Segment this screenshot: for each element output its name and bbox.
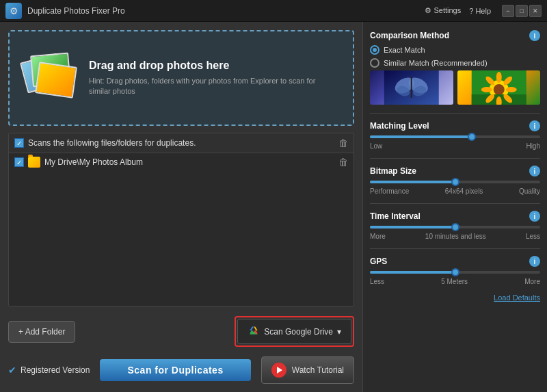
bitmap-size-fill <box>370 181 455 183</box>
bitmap-size-thumb[interactable] <box>451 178 459 186</box>
time-interval-right-label: Less <box>526 233 540 240</box>
scan-google-drive-button[interactable]: Scan Google Drive ▾ <box>237 319 351 344</box>
time-interval-info-icon[interactable]: i <box>529 211 540 222</box>
settings-button[interactable]: ⚙ Settings <box>422 5 464 16</box>
google-drive-icon <box>248 324 260 339</box>
add-folder-button[interactable]: + Add Folder <box>8 321 75 343</box>
window-controls: − □ ✕ <box>502 5 542 17</box>
folder-icon <box>28 157 40 168</box>
bitmap-size-header: Bitmap Size i <box>370 166 540 177</box>
drop-zone-hint: Hint: Drag photos, folders with your pho… <box>89 76 339 97</box>
gps-center-label: 5 Meters <box>441 278 468 285</box>
gps-thumb[interactable] <box>451 268 459 276</box>
matching-level-info-icon[interactable]: i <box>529 120 540 131</box>
sample-sunflower-image <box>457 70 541 105</box>
time-interval-title: Time Interval <box>370 211 421 221</box>
folders-panel: ✓ Scans the following files/folders for … <box>8 133 354 306</box>
bottom-controls: + Add Folder Scan Google Drive ▾ <box>8 313 354 347</box>
matching-level-track[interactable] <box>370 135 540 138</box>
folder-path: My Drive\My Photos Album <box>44 157 143 167</box>
time-interval-thumb[interactable] <box>451 223 459 231</box>
sample-butterfly-image <box>370 70 453 105</box>
gps-fill <box>370 271 455 274</box>
matching-level-low-label: Low <box>370 142 382 150</box>
time-interval-track[interactable] <box>370 226 540 228</box>
action-bar: ✔ Registered Version Scan for Duplicates… <box>8 354 354 384</box>
matching-level-labels: Low High <box>370 142 540 150</box>
dropdown-arrow-icon: ▾ <box>337 327 341 337</box>
svg-point-10 <box>496 72 501 83</box>
sample-images <box>370 70 540 105</box>
drop-zone[interactable]: Drag and drop photos here Hint: Drag pho… <box>8 30 354 126</box>
status-check-icon: ✔ <box>8 365 16 376</box>
close-button[interactable]: ✕ <box>529 5 542 17</box>
gps-info-icon[interactable]: i <box>529 256 540 267</box>
comparison-method-info-icon[interactable]: i <box>529 30 540 41</box>
exact-match-radio[interactable] <box>370 45 379 55</box>
help-button[interactable]: ? Help <box>466 5 494 16</box>
scan-google-drive-container: Scan Google Drive ▾ <box>235 316 354 347</box>
bitmap-size-info-icon[interactable]: i <box>529 166 540 177</box>
gps-track[interactable] <box>370 271 540 274</box>
photo-stack <box>23 51 78 105</box>
matching-level-fill <box>370 135 472 138</box>
matching-level-title: Matching Level <box>370 121 429 131</box>
comparison-method-radio-group: Exact Match Similar Match (Recommended) <box>370 45 540 68</box>
bitmap-size-title: Bitmap Size <box>370 166 416 176</box>
folders-header-left: ✓ Scans the following files/folders for … <box>14 138 196 148</box>
load-defaults-link[interactable]: Load Defaults <box>370 293 540 302</box>
time-interval-fill <box>370 226 455 228</box>
exact-match-label: Exact Match <box>384 46 425 54</box>
watch-tutorial-label: Watch Tutorial <box>292 365 344 375</box>
drop-zone-text: Drag and drop photos here Hint: Drag pho… <box>89 60 339 97</box>
bitmap-size-center-label: 64x64 pixels <box>445 187 483 195</box>
matching-level-high-label: High <box>526 142 540 150</box>
scan-for-duplicates-button[interactable]: Scan for Duplicates <box>100 359 250 381</box>
folders-header: ✓ Scans the following files/folders for … <box>9 133 353 153</box>
time-interval-center-label: 10 minutes and less <box>425 233 486 240</box>
photo-card-3 <box>35 62 77 98</box>
bitmap-size-right-label: Quality <box>519 187 540 195</box>
gps-title: GPS <box>370 257 387 266</box>
gps-header: GPS i <box>370 256 540 267</box>
folder-row-trash-icon[interactable]: 🗑 <box>338 157 348 168</box>
folders-header-checkbox[interactable]: ✓ <box>14 138 24 148</box>
right-panel: Comparison Method i Exact Match Similar … <box>362 22 547 392</box>
scan-google-drive-label: Scan Google Drive <box>264 327 333 337</box>
title-bar: ⚙ Duplicate Photos Fixer Pro ⚙ Settings … <box>0 0 547 22</box>
folder-checkbox[interactable]: ✓ <box>14 157 24 167</box>
folders-header-label: Scans the following files/folders for du… <box>28 138 196 148</box>
bitmap-size-track[interactable] <box>370 181 540 183</box>
title-bar-right: ⚙ Settings ? Help − □ ✕ <box>422 5 542 17</box>
svg-point-8 <box>493 84 504 95</box>
bitmap-size-section: Bitmap Size i Performance 64x64 pixels Q… <box>370 166 540 195</box>
play-icon <box>271 363 286 378</box>
divider-2 <box>370 158 540 159</box>
divider-3 <box>370 203 540 204</box>
minimize-button[interactable]: − <box>502 5 514 17</box>
gps-labels: Less 5 Meters More <box>370 278 540 285</box>
folder-row-left: ✓ My Drive\My Photos Album <box>14 157 143 168</box>
title-bar-left: ⚙ Duplicate Photos Fixer Pro <box>5 3 125 19</box>
app-icon: ⚙ <box>5 3 22 19</box>
watch-tutorial-button[interactable]: Watch Tutorial <box>261 356 354 384</box>
bitmap-size-labels: Performance 64x64 pixels Quality <box>370 187 540 195</box>
time-interval-header: Time Interval i <box>370 211 540 222</box>
svg-point-13 <box>505 87 516 92</box>
comparison-method-title: Comparison Method <box>370 31 449 40</box>
drop-zone-heading: Drag and drop photos here <box>89 60 339 72</box>
folders-header-trash-icon[interactable]: 🗑 <box>338 138 348 148</box>
matching-level-section: Matching Level i Low High <box>370 120 540 150</box>
comparison-method-header: Comparison Method i <box>370 30 540 41</box>
svg-point-12 <box>481 87 492 92</box>
maximize-button[interactable]: □ <box>516 5 528 17</box>
similar-match-option[interactable]: Similar Match (Recommended) <box>370 58 540 68</box>
exact-match-option[interactable]: Exact Match <box>370 45 540 55</box>
matching-level-thumb[interactable] <box>468 133 476 141</box>
divider-1 <box>370 113 540 114</box>
similar-match-radio[interactable] <box>370 58 379 68</box>
similar-match-label: Similar Match (Recommended) <box>384 59 488 67</box>
status-bar-left: ✔ Registered Version <box>8 365 90 376</box>
bitmap-size-left-label: Performance <box>370 187 409 195</box>
play-triangle <box>277 367 282 374</box>
